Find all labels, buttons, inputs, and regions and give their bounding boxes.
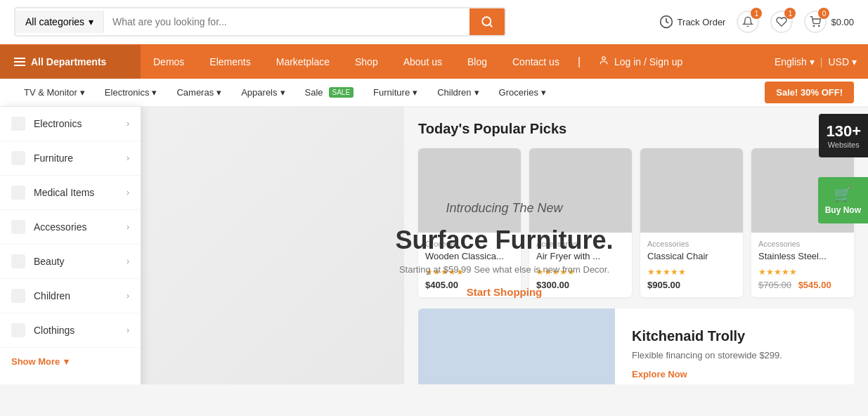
nav-shop[interactable]: Shop <box>342 45 391 79</box>
subnav-tv-monitor[interactable]: TV & Monitor ▾ <box>14 79 95 106</box>
accessories-icon <box>11 220 25 234</box>
nav-elements[interactable]: Elements <box>197 45 263 79</box>
heart-icon <box>776 16 787 27</box>
websites-widget[interactable]: 130+ Websites <box>819 114 868 157</box>
nav-marketplace[interactable]: Marketplace <box>264 45 342 79</box>
main-content: Electronics › Furniture › Medical Items … <box>0 107 868 384</box>
dropdown-item-beauty[interactable]: Beauty › <box>0 245 141 279</box>
subnav-groceries[interactable]: Groceries ▾ <box>489 79 556 106</box>
chevron-down-icon: ▾ <box>89 16 93 27</box>
subnav-apparels[interactable]: Apparels ▾ <box>231 79 294 106</box>
user-icon <box>599 56 609 65</box>
product-price-3: $905.00 <box>647 280 736 290</box>
search-bar: All categories ▾ <box>14 7 506 37</box>
banner-cta[interactable]: Explore Now <box>632 369 782 379</box>
cart-button[interactable]: 0 $0.00 <box>804 11 854 33</box>
medical-icon <box>11 186 25 200</box>
product-category-3: Accessories <box>647 240 736 248</box>
cart-widget-icon: 🛒 <box>825 186 861 202</box>
hamburger-icon <box>14 58 25 66</box>
all-departments-button[interactable]: All Departments <box>0 45 141 79</box>
search-icon <box>481 15 493 28</box>
svg-point-5 <box>602 57 606 60</box>
dropdown-item-electronics[interactable]: Electronics › <box>0 107 141 141</box>
beauty-icon <box>11 254 25 268</box>
banner-card[interactable]: Kitchenaid Trolly Flexible financing on … <box>418 308 854 384</box>
banner-image <box>418 308 615 384</box>
furniture-icon <box>11 151 25 165</box>
product-stars-3: ★★★★★ <box>647 267 736 277</box>
electronics-icon <box>11 117 25 131</box>
cart-badge: 0 <box>818 8 829 19</box>
currency-label: USD <box>828 56 849 67</box>
clothings-icon <box>11 323 25 337</box>
chevron-icon: ▾ <box>413 87 417 98</box>
banner-title: Kitchenaid Trolly <box>632 328 782 344</box>
svg-point-3 <box>814 25 815 26</box>
show-more-label: Show More <box>11 356 60 367</box>
hero-cta-button[interactable]: Start Shopping <box>467 286 543 298</box>
cart-icon-wrapper: 0 <box>804 11 827 33</box>
main-navbar: All Departments Demos Elements Marketpla… <box>0 44 868 79</box>
category-dropdown[interactable]: All categories ▾ <box>15 11 104 33</box>
category-label: All categories <box>25 16 84 27</box>
track-order-button[interactable]: Track Order <box>659 15 726 29</box>
dropdown-clothings-label: Clothings <box>34 325 75 336</box>
arrow-icon: › <box>127 222 129 232</box>
nav-blog[interactable]: Blog <box>455 45 500 79</box>
search-button[interactable] <box>469 8 505 35</box>
nav-about[interactable]: About us <box>391 45 455 79</box>
clock-icon <box>659 15 673 29</box>
track-order-label: Track Order <box>678 17 726 27</box>
product-name-3: Classical Chair <box>647 251 736 263</box>
notifications-badge: 1 <box>751 8 762 19</box>
chevron-icon: ▾ <box>80 87 85 98</box>
nav-login[interactable]: Log in / Sign up <box>586 44 695 79</box>
nav-contact[interactable]: Contact us <box>500 45 572 79</box>
currency-chevron: ▾ <box>852 56 857 67</box>
arrow-icon: › <box>127 291 129 301</box>
show-more-button[interactable]: Show More ▾ <box>0 348 141 375</box>
login-label: Log in / Sign up <box>614 56 682 67</box>
subnav-cameras[interactable]: Cameras ▾ <box>167 79 231 106</box>
lang-chevron: ▾ <box>810 56 815 67</box>
popular-picks-title: Today's Popular Picks <box>418 121 854 137</box>
sale-promo-button[interactable]: Sale! 30% OFF! <box>765 82 854 103</box>
subnav-furniture[interactable]: Furniture ▾ <box>363 79 427 106</box>
lang-currency: English ▾ | USD ▾ <box>763 56 868 67</box>
notifications-button[interactable]: 1 <box>737 11 759 33</box>
dropdown-item-furniture[interactable]: Furniture › <box>0 141 141 176</box>
buy-now-widget[interactable]: 🛒 Buy Now <box>818 177 868 223</box>
cart-icon <box>810 16 821 27</box>
nav-demos[interactable]: Demos <box>141 45 197 79</box>
dropdown-furniture-label: Furniture <box>34 152 73 164</box>
subnav-electronics[interactable]: Electronics ▾ <box>95 79 167 106</box>
chevron-icon: ▾ <box>474 87 479 98</box>
chevron-icon: ▾ <box>280 87 285 98</box>
language-label: English <box>775 56 807 67</box>
dropdown-item-medical[interactable]: Medical Items › <box>0 176 141 210</box>
arrow-icon: › <box>127 325 129 335</box>
dropdown-item-children[interactable]: Children › <box>0 279 141 313</box>
children-icon <box>11 289 25 303</box>
dropdown-item-accessories[interactable]: Accessories › <box>0 210 141 245</box>
search-input[interactable] <box>104 11 469 33</box>
language-selector[interactable]: English ▾ <box>775 56 815 67</box>
currency-selector[interactable]: USD ▾ <box>828 56 857 67</box>
chevron-icon: ▾ <box>541 87 546 98</box>
arrow-icon: › <box>127 153 129 163</box>
arrow-icon: › <box>127 256 129 266</box>
dropdown-item-clothings[interactable]: Clothings › <box>0 313 141 348</box>
sale-badge: SALE <box>329 87 354 98</box>
subnav-children[interactable]: Children ▾ <box>427 79 488 106</box>
chevron-icon: ▾ <box>216 87 221 98</box>
wishlist-button[interactable]: 1 <box>770 11 793 33</box>
subnav-sale[interactable]: Sale SALE <box>295 79 364 106</box>
separator: | <box>820 56 823 67</box>
product-card-3[interactable]: Accessories Classical Chair ★★★★★ $905.0… <box>640 148 743 297</box>
dropdown-medical-label: Medical Items <box>34 187 94 198</box>
websites-count: 130+ <box>826 122 861 141</box>
product-category-4: Accessories <box>758 240 847 248</box>
header-actions: Track Order 1 1 0 <box>659 11 854 33</box>
hero-intro: Introducing The New <box>395 201 613 216</box>
